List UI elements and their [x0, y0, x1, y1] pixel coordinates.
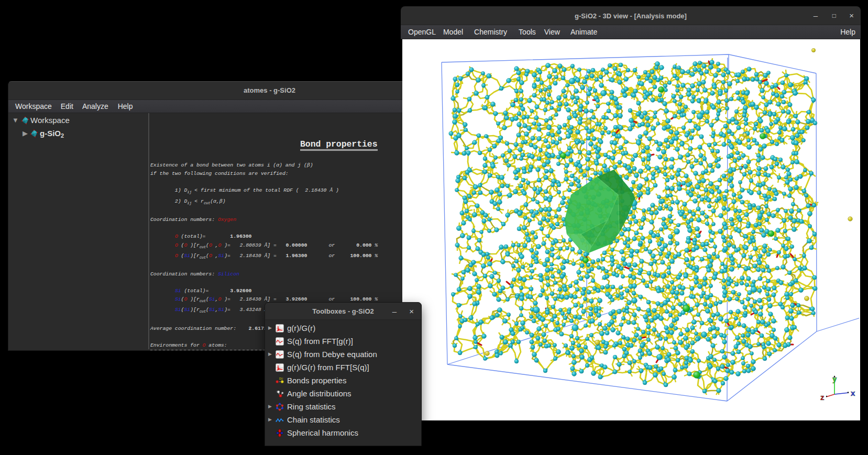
svg-text:x: x	[851, 389, 855, 397]
svg-text:z: z	[820, 393, 825, 402]
svg-text:DU: DU	[279, 377, 283, 380]
svg-text:y: y	[832, 374, 837, 383]
